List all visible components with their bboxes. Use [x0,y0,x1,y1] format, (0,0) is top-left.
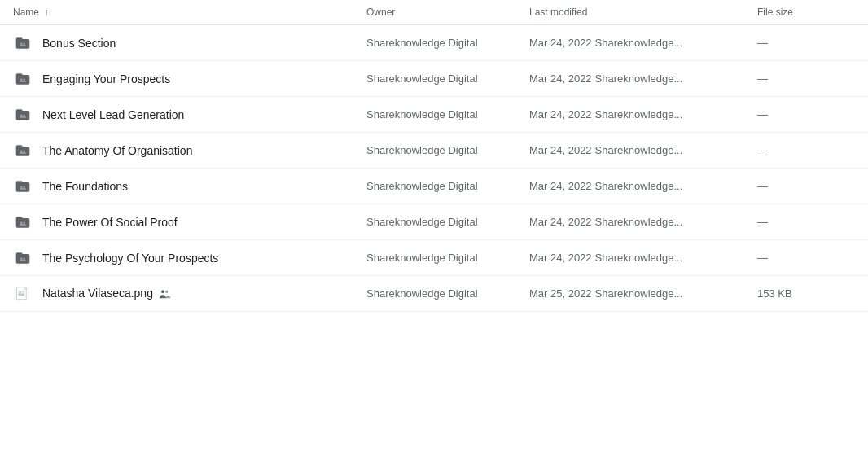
modified-date: Mar 24, 2022 [529,72,592,85]
modified-cell: Mar 24, 2022 Shareknowledge... [529,216,757,228]
modified-by: Shareknowledge... [595,216,683,228]
table-row[interactable]: The Anatomy Of Organisation Shareknowled… [0,133,868,169]
folder-icon [13,177,33,196]
folder-icon [13,33,33,53]
owner-column-header: Owner [366,7,529,18]
modified-cell: Mar 25, 2022 Shareknowledge... [529,287,757,300]
rows-container: Bonus Section Shareknowledge Digital Mar… [0,25,868,312]
owner-cell: Shareknowledge Digital [366,37,529,49]
size-cell: — [757,37,855,49]
svg-point-19 [20,291,21,293]
size-cell: — [757,180,855,192]
item-name: The Psychology Of Your Prospects [42,252,218,265]
table-row[interactable]: Natasha Vilaseca.png Shareknowledge Digi… [0,276,868,312]
name-cell: The Psychology Of Your Prospects [13,248,366,268]
modified-date: Mar 24, 2022 [529,180,592,192]
name-label: Name [13,7,39,18]
modified-date: Mar 24, 2022 [529,252,592,264]
modified-by: Shareknowledge... [595,144,683,156]
svg-point-21 [165,291,168,293]
item-name: Next Level Lead Generation [42,108,184,121]
item-name: The Foundations [42,180,128,193]
modified-cell: Mar 24, 2022 Shareknowledge... [529,108,757,120]
name-cell: Natasha Vilaseca.png [13,284,366,304]
folder-icon [13,212,33,232]
modified-cell: Mar 24, 2022 Shareknowledge... [529,72,757,85]
image-icon [13,284,33,304]
modified-date: Mar 24, 2022 [529,108,592,120]
modified-by: Shareknowledge... [595,287,683,300]
shared-icon [158,287,171,300]
owner-cell: Shareknowledge Digital [366,216,529,228]
svg-point-20 [161,290,164,293]
owner-cell: Shareknowledge Digital [366,287,529,300]
name-cell: Next Level Lead Generation [13,105,366,125]
table-row[interactable]: The Psychology Of Your Prospects Sharekn… [0,240,868,276]
size-column-header: File size [757,7,855,18]
name-cell: The Foundations [13,177,366,196]
folder-icon [13,248,33,268]
size-cell: — [757,108,855,120]
owner-cell: Shareknowledge Digital [366,252,529,264]
size-cell: — [757,144,855,156]
name-cell: Engaging Your Prospects [13,69,366,89]
size-cell: 153 KB [757,287,855,300]
size-cell: — [757,252,855,264]
owner-cell: Shareknowledge Digital [366,144,529,156]
table-row[interactable]: Engaging Your Prospects Shareknowledge D… [0,61,868,97]
modified-cell: Mar 24, 2022 Shareknowledge... [529,180,757,192]
modified-by: Shareknowledge... [595,252,683,264]
owner-cell: Shareknowledge Digital [366,108,529,120]
table-row[interactable]: The Foundations Shareknowledge Digital M… [0,169,868,204]
name-cell: The Power Of Social Proof [13,212,366,232]
modified-cell: Mar 24, 2022 Shareknowledge... [529,252,757,264]
item-name: Natasha Vilaseca.png [42,287,171,300]
modified-by: Shareknowledge... [595,37,683,49]
owner-cell: Shareknowledge Digital [366,180,529,192]
size-cell: — [757,216,855,228]
modified-date: Mar 24, 2022 [529,37,592,49]
modified-by: Shareknowledge... [595,108,683,120]
modified-by: Shareknowledge... [595,72,683,85]
name-cell: The Anatomy Of Organisation [13,141,366,160]
modified-date: Mar 25, 2022 [529,287,592,300]
folder-icon [13,69,33,89]
svg-rect-17 [24,287,27,289]
modified-date: Mar 24, 2022 [529,144,592,156]
modified-cell: Mar 24, 2022 Shareknowledge... [529,37,757,49]
modified-by: Shareknowledge... [595,180,683,192]
sort-arrow: ↑ [44,7,49,18]
folder-icon [13,141,33,160]
table-row[interactable]: The Power Of Social Proof Shareknowledge… [0,204,868,240]
modified-cell: Mar 24, 2022 Shareknowledge... [529,144,757,156]
table-row[interactable]: Next Level Lead Generation Shareknowledg… [0,97,868,133]
name-column-header[interactable]: Name ↑ [13,7,366,18]
item-name: The Power Of Social Proof [42,216,178,229]
file-list: Name ↑ Owner Last modified File size Bon… [0,0,868,451]
item-name: Engaging Your Prospects [42,72,170,85]
owner-cell: Shareknowledge Digital [366,72,529,85]
modified-column-header: Last modified [529,7,757,18]
table-header: Name ↑ Owner Last modified File size [0,0,868,25]
table-row[interactable]: Bonus Section Shareknowledge Digital Mar… [0,25,868,61]
name-cell: Bonus Section [13,33,366,53]
size-cell: — [757,72,855,85]
modified-date: Mar 24, 2022 [529,216,592,228]
item-name: The Anatomy Of Organisation [42,144,192,157]
folder-icon [13,105,33,125]
item-name: Bonus Section [42,37,116,50]
